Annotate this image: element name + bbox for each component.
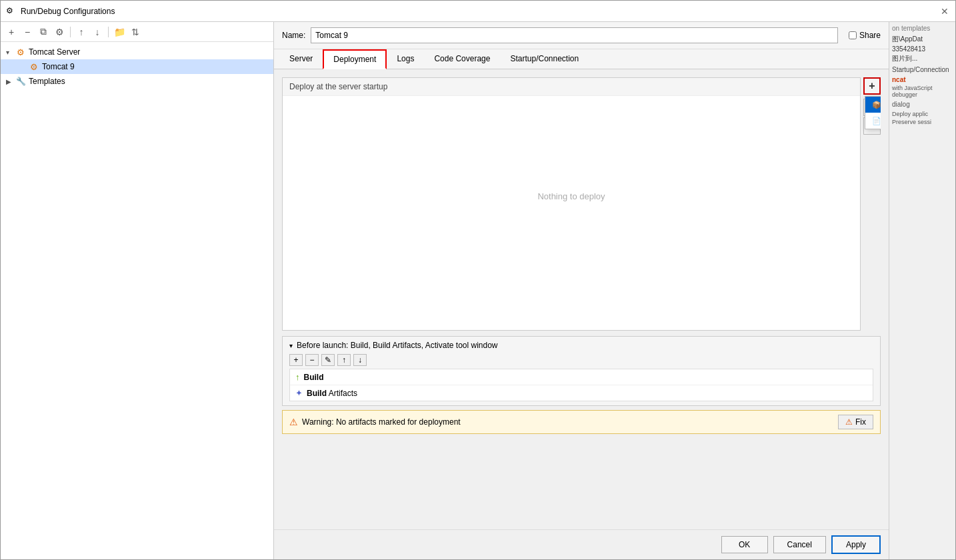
tab-startup[interactable]: Startup/Connection (500, 49, 589, 69)
bg-line1: on templates (892, 25, 953, 32)
expand-icon: ▾ (6, 49, 15, 56)
bl-add-button[interactable]: + (289, 354, 303, 366)
bl-artifacts-label: Build Artifacts (307, 389, 357, 398)
settings-config-button[interactable]: ⚙ (53, 25, 66, 39)
warning-bar: ⚠ Warning: No artifacts marked for deplo… (282, 410, 881, 434)
bl-remove-button[interactable]: − (305, 354, 319, 366)
tomcat-server-label: Tomcat Server (29, 47, 80, 57)
folder-button[interactable]: 📁 (113, 25, 126, 39)
window-title: Run/Debug Configurations (21, 7, 939, 16)
tomcat9-label: Tomcat 9 (42, 62, 75, 71)
deployment-dropdown: 📦 Artifact... 📄 External Source... (865, 96, 881, 129)
warning-icon: ⚠ (289, 417, 298, 427)
name-label: Name: (282, 31, 305, 40)
spacer (282, 331, 881, 336)
name-bar: Name: Share (274, 22, 889, 49)
tab-coverage[interactable]: Code Coverage (424, 49, 500, 69)
bl-item-artifacts: ✦ Build Artifacts (290, 385, 873, 401)
collapse-button[interactable]: ▾ (289, 342, 293, 349)
tree-item-tomcat9[interactable]: ⚙ Tomcat 9 (1, 59, 273, 74)
artifact-icon: 📦 (872, 100, 881, 109)
right-side-buttons: + 📦 Artifact... 📄 External Source... (863, 77, 881, 331)
bl-down-button[interactable]: ↓ (353, 354, 367, 366)
config-tabs: Server Deployment Logs Code Coverage Sta… (274, 49, 889, 69)
bl-edit-button[interactable]: ✎ (321, 354, 335, 366)
before-launch-section: ▾ Before launch: Build, Build Artifacts,… (282, 336, 881, 406)
tab-deployment[interactable]: Deployment (323, 49, 387, 69)
artifact-option[interactable]: 📦 Artifact... (865, 97, 881, 113)
toolbar-separator-2 (108, 27, 109, 37)
config-tree: ▾ ⚙ Tomcat Server ⚙ Tomcat 9 ▶ 🔧 Templat… (1, 42, 273, 559)
sort-button[interactable]: ⇅ (129, 25, 142, 39)
tab-content-deployment: Deploy at the server startup Nothing to … (274, 69, 889, 529)
add-deployment-button[interactable]: + (863, 77, 881, 95)
fix-icon: ⚠ (845, 417, 853, 427)
run-debug-window: ⚙ Run/Debug Configurations ✕ + − ⧉ ⚙ ↑ ↓… (0, 0, 956, 560)
move-up-button[interactable]: ↑ (75, 25, 88, 39)
copy-config-button[interactable]: ⧉ (37, 25, 50, 39)
right-panel: Name: Share Server Deployment Logs Code … (274, 22, 889, 559)
artifacts-icon: ✦ (295, 388, 303, 398)
close-button[interactable]: ✕ (939, 6, 950, 17)
apply-button[interactable]: Apply (831, 535, 881, 554)
share-checkbox[interactable] (849, 31, 857, 39)
bg-action: 图片到... (892, 54, 953, 63)
bg-server: ncat (892, 76, 953, 83)
nothing-text: Nothing to deploy (537, 191, 605, 201)
deploy-area: Nothing to deploy (283, 96, 860, 296)
tomcat9-icon: ⚙ (29, 61, 39, 72)
left-panel: + − ⧉ ⚙ ↑ ↓ 📁 ⇅ ▾ ⚙ Tomcat Server (1, 22, 274, 559)
deploy-header: Deploy at the server startup (283, 78, 860, 96)
bg-tab: Startup/Connection (892, 66, 953, 73)
add-config-button[interactable]: + (5, 25, 18, 39)
bg-debug: with JavaScript debugger (892, 85, 953, 98)
share-area: Share (849, 31, 881, 40)
name-input[interactable] (311, 27, 838, 43)
ok-button[interactable]: OK (721, 536, 768, 553)
deploy-section-wrapper: Deploy at the server startup Nothing to … (282, 77, 881, 331)
warning-text: Warning: No artifacts marked for deploym… (302, 417, 838, 427)
tab-content-inner: Deploy at the server startup Nothing to … (282, 77, 881, 521)
external-source-option[interactable]: 📄 External Source... (865, 113, 881, 129)
bg-deploy-app: Deploy applic (892, 111, 953, 117)
tomcat-server-icon: ⚙ (15, 47, 26, 57)
titlebar: ⚙ Run/Debug Configurations ✕ (1, 1, 955, 22)
bl-up-button[interactable]: ↑ (337, 354, 351, 366)
bg-num: 335428413 (892, 45, 953, 53)
config-toolbar: + − ⧉ ⚙ ↑ ↓ 📁 ⇅ (1, 22, 273, 42)
share-label: Share (859, 31, 881, 40)
before-launch-label: Before launch: Build, Build Artifacts, A… (297, 341, 498, 350)
before-launch-list: ↑ Build ✦ Build Artifacts (289, 369, 873, 401)
bl-build-label: Build (304, 373, 324, 382)
bg-path: 图\AppDat (892, 35, 953, 44)
cancel-button[interactable]: Cancel (773, 536, 826, 553)
bl-item-build: ↑ Build (290, 369, 873, 385)
external-icon: 📄 (872, 116, 881, 125)
before-launch-toolbar: + − ✎ ↑ ↓ (289, 354, 873, 366)
fix-button[interactable]: ⚠ Fix (838, 415, 873, 429)
bg-dialog: dialog (892, 101, 953, 108)
build-icon: ↑ (295, 372, 300, 382)
bottom-bar: OK Cancel Apply (274, 529, 889, 559)
templates-icon: 🔧 (15, 76, 26, 87)
tree-group-tomcat-server[interactable]: ▾ ⚙ Tomcat Server (1, 45, 273, 59)
background-panel: on templates 图\AppDat 335428413 图片到... S… (889, 22, 955, 559)
tab-logs[interactable]: Logs (387, 49, 424, 69)
tree-item-templates[interactable]: ▶ 🔧 Templates (1, 74, 273, 89)
remove-config-button[interactable]: − (21, 25, 34, 39)
move-down-button[interactable]: ↓ (91, 25, 104, 39)
tab-server[interactable]: Server (279, 49, 323, 69)
main-content: + − ⧉ ⚙ ↑ ↓ 📁 ⇅ ▾ ⚙ Tomcat Server (1, 22, 955, 559)
bg-preserve: Preserve sessi (892, 119, 953, 125)
toolbar-separator (70, 27, 71, 37)
templates-expand-icon: ▶ (6, 78, 15, 85)
templates-label: Templates (29, 77, 65, 86)
title-icon: ⚙ (6, 6, 17, 17)
before-launch-header: ▾ Before launch: Build, Build Artifacts,… (289, 341, 873, 350)
fix-label: Fix (855, 417, 866, 427)
deploy-section: Deploy at the server startup Nothing to … (282, 77, 861, 331)
